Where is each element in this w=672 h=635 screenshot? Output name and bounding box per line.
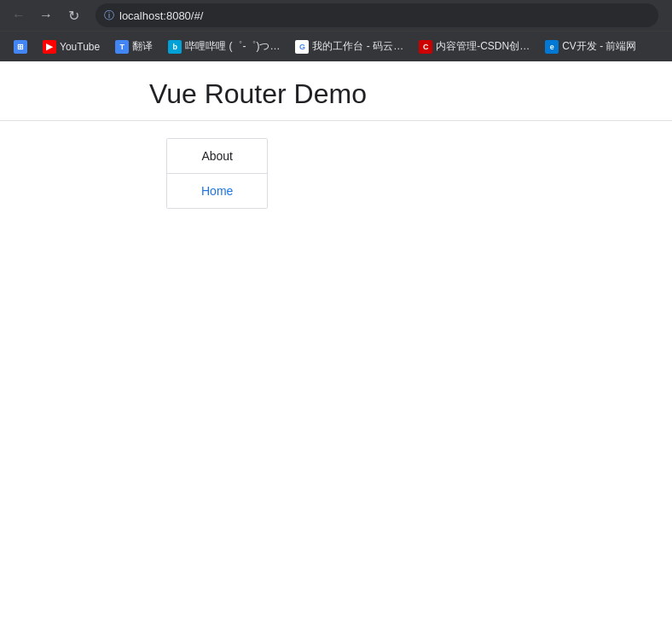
security-icon: ⓘ	[104, 9, 114, 23]
page-title: Vue Router Demo	[0, 78, 672, 110]
bookmark-bilibili[interactable]: b 哔哩哔哩 (゜-゜)つ…	[161, 36, 287, 58]
browser-chrome: ← → ↻ ⓘ localhost:8080/#/ ⊞ ▶ YouTube T …	[0, 0, 672, 61]
google-favicon: G	[295, 40, 309, 54]
page-content: Vue Router Demo About Home	[0, 61, 672, 635]
youtube-favicon: ▶	[43, 40, 56, 54]
forward-button[interactable]: →	[34, 3, 58, 27]
bookmark-apps[interactable]: ⊞	[7, 36, 34, 58]
address-text: localhost:8080/#/	[119, 9, 203, 22]
address-bar[interactable]: ⓘ localhost:8080/#/	[96, 3, 658, 27]
bookmark-youtube-label: YouTube	[60, 41, 100, 53]
about-link[interactable]: About	[167, 139, 267, 174]
bookmark-csdn-label: 内容管理-CSDN创…	[436, 39, 530, 54]
apps-favicon: ⊞	[14, 40, 27, 54]
bookmark-youtube[interactable]: ▶ YouTube	[36, 36, 107, 58]
home-link[interactable]: Home	[167, 174, 267, 208]
back-button[interactable]: ←	[7, 3, 31, 27]
translate-favicon: T	[115, 40, 129, 54]
bookmark-edge[interactable]: e CV开发 - 前端网	[538, 36, 643, 58]
bookmark-google-label: 我的工作台 - 码云…	[312, 39, 403, 54]
bookmark-google[interactable]: G 我的工作台 - 码云…	[288, 36, 410, 58]
browser-titlebar: ← → ↻ ⓘ localhost:8080/#/	[0, 0, 672, 31]
title-divider	[0, 120, 672, 121]
csdn-favicon: C	[419, 40, 432, 54]
nav-links-container: About Home	[166, 138, 268, 209]
reload-button[interactable]: ↻	[61, 3, 85, 27]
bookmarks-bar: ⊞ ▶ YouTube T 翻译 b 哔哩哔哩 (゜-゜)つ… G 我的工作台 …	[0, 31, 672, 61]
bookmark-translate-label: 翻译	[132, 39, 153, 54]
bookmark-csdn[interactable]: C 内容管理-CSDN创…	[412, 36, 536, 58]
bookmark-translate[interactable]: T 翻译	[108, 36, 159, 58]
bookmark-bilibili-label: 哔哩哔哩 (゜-゜)つ…	[185, 39, 280, 54]
bilibili-favicon: b	[168, 40, 182, 54]
edge-favicon: e	[545, 40, 559, 54]
bookmark-edge-label: CV开发 - 前端网	[562, 39, 636, 54]
